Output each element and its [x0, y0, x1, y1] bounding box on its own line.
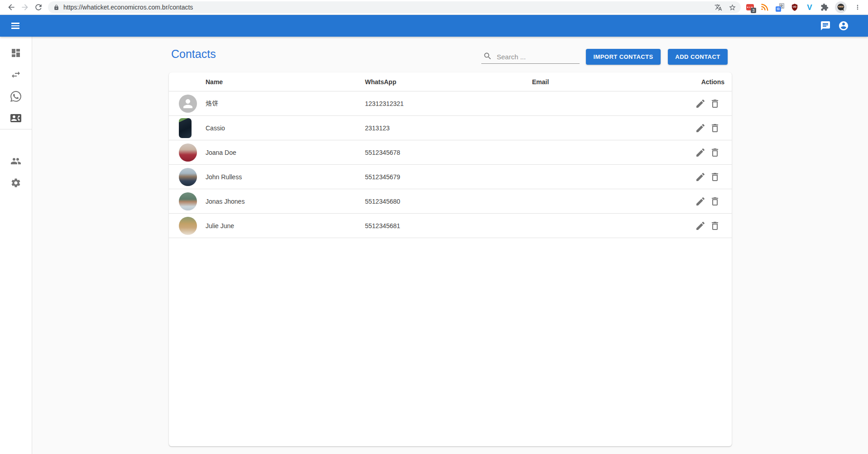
- edit-contact-button[interactable]: [695, 196, 706, 207]
- edit-contact-button[interactable]: [695, 123, 706, 134]
- table-row: John Rulless 5512345679: [169, 165, 732, 189]
- bookmark-star-icon[interactable]: [729, 4, 736, 11]
- browser-reload-button[interactable]: [32, 0, 45, 14]
- menu-icon: [11, 23, 19, 24]
- red-dots-extension-icon[interactable]: 3: [745, 3, 754, 12]
- back-arrow-icon: [7, 3, 16, 12]
- header-actions: Actions: [695, 78, 732, 86]
- edit-pencil-icon: [695, 172, 706, 182]
- header-whatsapp: WhatsApp: [365, 78, 532, 86]
- delete-trash-icon: [710, 172, 720, 182]
- translate-page-icon[interactable]: [715, 4, 722, 11]
- edit-contact-button[interactable]: [695, 220, 706, 231]
- import-contacts-button[interactable]: IMPORT CONTACTS: [586, 49, 661, 65]
- contact-avatar: [179, 95, 197, 113]
- messages-button[interactable]: [816, 17, 834, 35]
- delete-contact-button[interactable]: [710, 220, 720, 231]
- forward-arrow-icon: [20, 3, 29, 12]
- edit-contact-button[interactable]: [695, 172, 706, 182]
- delete-trash-icon: [710, 220, 720, 231]
- chat-icon: [820, 20, 831, 31]
- translate-g: G: [776, 6, 781, 12]
- delete-contact-button[interactable]: [710, 196, 720, 207]
- contact-avatar: [179, 168, 197, 186]
- edit-contact-button[interactable]: [695, 98, 706, 109]
- table-row: Cassio 2313123: [169, 116, 732, 140]
- table-row: Joana Doe 5512345678: [169, 140, 732, 165]
- search-input[interactable]: [497, 53, 565, 61]
- edit-pencil-icon: [695, 147, 706, 158]
- vimeo-v-icon[interactable]: V: [805, 3, 814, 12]
- delete-contact-button[interactable]: [710, 98, 720, 109]
- browser-forward-button[interactable]: [18, 0, 32, 14]
- swap-arrows-icon: [10, 69, 21, 80]
- browser-menu-button[interactable]: [853, 0, 863, 14]
- sidebar-item-users[interactable]: [0, 150, 32, 172]
- row-actions: [695, 98, 732, 109]
- table-row: 烙饼 12312312321: [169, 91, 732, 116]
- address-bar[interactable]: https://whaticket.economicros.com.br/con…: [48, 1, 741, 13]
- sidebar-item-connections[interactable]: [0, 64, 32, 86]
- sidebar-item-tickets[interactable]: [0, 86, 32, 107]
- contact-name: Cassio: [206, 124, 365, 132]
- contact-whatsapp: 5512345678: [365, 149, 532, 156]
- table-row: Julie June 5512345681: [169, 214, 732, 238]
- puzzle-glyph: [820, 3, 829, 11]
- sidebar-item-settings[interactable]: [0, 172, 32, 194]
- row-actions: [695, 172, 732, 182]
- menu-button[interactable]: [7, 18, 24, 34]
- add-contact-button[interactable]: ADD CONTACT: [668, 49, 728, 65]
- contact-name: 烙饼: [206, 100, 365, 108]
- sidebar-gap: [0, 129, 32, 150]
- delete-trash-icon: [710, 123, 720, 134]
- search-field[interactable]: [481, 50, 580, 64]
- google-translate-extension-icon[interactable]: 文 G: [775, 3, 784, 12]
- browser-profile-avatar[interactable]: [835, 1, 847, 13]
- contact-avatar: [179, 143, 197, 162]
- delete-contact-button[interactable]: [710, 123, 720, 134]
- ublock-origin-icon[interactable]: UO: [790, 3, 799, 12]
- avatar-cell: [169, 192, 206, 210]
- ninja-avatar-icon: [836, 2, 846, 12]
- contact-phone-icon: [10, 113, 21, 124]
- delete-contact-button[interactable]: [710, 172, 720, 182]
- extension-badge: 3: [751, 8, 756, 13]
- contact-whatsapp: 5512345679: [365, 173, 532, 181]
- avatar-cell: [169, 217, 206, 235]
- row-actions: [695, 196, 732, 207]
- table-header-row: Name WhatsApp Email Actions: [169, 72, 732, 91]
- contact-name: Jonas Jhones: [206, 198, 365, 205]
- reload-icon: [34, 3, 43, 12]
- edit-pencil-icon: [695, 98, 706, 109]
- kebab-menu-icon: [854, 4, 861, 11]
- contact-whatsapp: 12312312321: [365, 100, 532, 107]
- translate-glyph: 文 G: [776, 3, 784, 12]
- table-body: 烙饼 12312312321 Cassio 2313123: [169, 91, 732, 238]
- contact-avatar: [179, 118, 192, 138]
- row-actions: [695, 123, 732, 134]
- settings-gear-icon: [10, 177, 21, 188]
- edit-pencil-icon: [695, 123, 706, 134]
- sidebar-item-dashboard[interactable]: [0, 42, 32, 64]
- account-menu-button[interactable]: [834, 17, 853, 35]
- browser-back-button[interactable]: [5, 0, 18, 14]
- contacts-table-card: Name WhatsApp Email Actions 烙饼 123123123…: [169, 72, 732, 446]
- browser-toolbar: https://whaticket.economicros.com.br/con…: [0, 0, 868, 15]
- avatar-cell: [169, 118, 206, 138]
- app-header: [0, 15, 868, 37]
- delete-contact-button[interactable]: [710, 147, 720, 158]
- rss-icon[interactable]: [760, 3, 769, 12]
- contact-whatsapp: 5512345681: [365, 222, 532, 229]
- contact-name: Julie June: [206, 222, 365, 229]
- page-title: Contacts: [171, 48, 216, 61]
- puzzle-extensions-icon[interactable]: [820, 3, 829, 12]
- person-icon: [181, 97, 195, 110]
- contact-name: Joana Doe: [206, 149, 365, 156]
- sidebar-item-contacts[interactable]: [0, 107, 32, 129]
- rss-glyph: [761, 3, 769, 11]
- row-actions: [695, 220, 732, 231]
- edit-contact-button[interactable]: [695, 147, 706, 158]
- search-icon: [483, 52, 492, 61]
- url-text: https://whaticket.economicros.com.br/con…: [63, 4, 193, 11]
- row-actions: [695, 147, 732, 158]
